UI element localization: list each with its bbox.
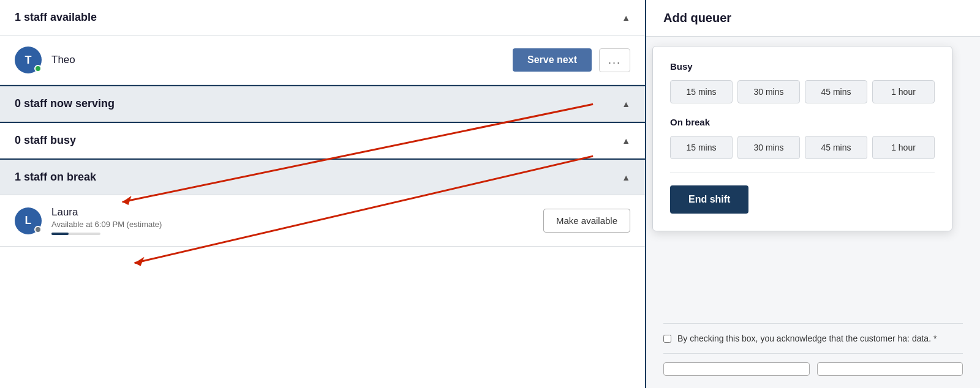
acknowledge-checkbox[interactable] (663, 335, 671, 343)
right-header: Add queuer (646, 0, 980, 37)
busy-15mins[interactable]: 15 mins (670, 80, 733, 103)
section-available-header[interactable]: 1 staff available ▲ (0, 0, 645, 35)
right-header-title: Add queuer (663, 11, 731, 24)
progress-bar-laura (51, 233, 100, 235)
busy-label: Busy (670, 61, 935, 72)
status-dot-theo (34, 65, 42, 72)
popup-divider (670, 173, 935, 173)
staff-row-theo: T Theo Serve next ... (0, 35, 645, 85)
svg-marker-3 (135, 257, 145, 266)
make-available-button[interactable]: Make available (543, 209, 630, 233)
serve-next-button[interactable]: Serve next (513, 48, 592, 72)
bottom-btn-2[interactable] (817, 362, 963, 376)
left-panel: 1 staff available ▲ T Theo Serve next ..… (0, 0, 646, 388)
more-options-button[interactable]: ... (599, 48, 630, 72)
status-dot-laura (34, 226, 42, 233)
chevron-break-icon: ▲ (622, 173, 630, 182)
checkbox-label: By checking this box, you acknowledge th… (677, 334, 937, 343)
busy-time-options: 15 mins 30 mins 45 mins 1 hour (670, 80, 935, 103)
bottom-buttons-row (663, 354, 963, 376)
section-serving-header[interactable]: 0 staff now serving ▲ (0, 86, 645, 122)
staff-row-laura: L Laura Available at 6:09 PM (estimate) … (0, 195, 645, 247)
right-bottom: By checking this box, you acknowledge th… (646, 311, 980, 388)
avatar-initial-theo: T (25, 54, 32, 67)
busy-1hour[interactable]: 1 hour (872, 80, 935, 103)
end-shift-button[interactable]: End shift (670, 185, 748, 214)
chevron-available-icon: ▲ (622, 13, 630, 23)
bottom-btn-1[interactable] (663, 362, 810, 376)
break-1hour[interactable]: 1 hour (872, 136, 935, 159)
busy-45mins[interactable]: 45 mins (805, 80, 867, 103)
section-break-header[interactable]: 1 staff on break ▲ (0, 160, 645, 195)
break-time-options: 15 mins 30 mins 45 mins 1 hour (670, 136, 935, 159)
avatar-initial-laura: L (25, 214, 32, 227)
right-panel: Add queuer Busy 15 mins 30 mins 45 mins … (646, 0, 980, 388)
break-30mins[interactable]: 30 mins (737, 136, 800, 159)
busy-30mins[interactable]: 30 mins (737, 80, 800, 103)
avatar-theo: T (15, 47, 42, 73)
progress-bar-fill-laura (51, 233, 69, 235)
avatar-laura: L (15, 207, 42, 234)
section-busy-title: 0 staff busy (15, 134, 76, 147)
laura-details: Laura Available at 6:09 PM (estimate) (51, 206, 543, 235)
section-available-title: 1 staff available (15, 11, 97, 24)
staff-name-theo: Theo (51, 54, 513, 66)
chevron-busy-icon: ▲ (622, 136, 630, 146)
section-serving-title: 0 staff now serving (15, 97, 115, 110)
popup-card: Busy 15 mins 30 mins 45 mins 1 hour On b… (652, 46, 952, 231)
section-break-title: 1 staff on break (15, 171, 96, 184)
break-label: On break (670, 117, 935, 127)
staff-info-laura: Available at 6:09 PM (estimate) (51, 220, 543, 229)
break-15mins[interactable]: 15 mins (670, 136, 733, 159)
checkbox-row: By checking this box, you acknowledge th… (663, 323, 963, 354)
section-busy-header[interactable]: 0 staff busy ▲ (0, 123, 645, 159)
break-45mins[interactable]: 45 mins (805, 136, 867, 159)
staff-name-laura: Laura (51, 206, 543, 218)
chevron-serving-icon: ▲ (622, 99, 630, 109)
